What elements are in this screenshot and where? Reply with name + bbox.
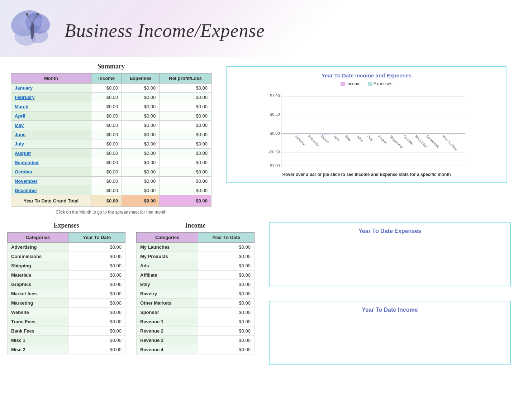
legend-expenses-box xyxy=(368,82,372,86)
summary-month[interactable]: November xyxy=(11,177,91,186)
summary-month[interactable]: October xyxy=(11,167,91,177)
income-category: Revenue 3 xyxy=(137,336,198,345)
income-value: $0.00 xyxy=(198,271,255,280)
svg-text:$0.00: $0.00 xyxy=(270,131,280,135)
summary-income: $0.00 xyxy=(91,149,122,158)
summary-expenses: $0.00 xyxy=(122,121,160,130)
summary-expenses: $0.00 xyxy=(122,139,160,149)
svg-text:June: June xyxy=(356,134,364,143)
expense-category: Advertising xyxy=(8,243,68,252)
income-category: Other Markets xyxy=(137,299,198,308)
grand-total-label: Year To Date Grand Total xyxy=(11,195,91,207)
page: Business Income/Expense Summary Month In… xyxy=(0,0,518,420)
income-row: Other Markets $0.00 xyxy=(137,299,255,308)
svg-text:-$0.50: -$0.50 xyxy=(268,150,280,154)
header: Business Income/Expense xyxy=(0,0,518,57)
summary-month[interactable]: December xyxy=(11,186,91,195)
summary-month[interactable]: March xyxy=(11,102,91,111)
income-value: $0.00 xyxy=(198,243,255,252)
expense-value: $0.00 xyxy=(68,345,125,354)
expenses-col-ytd: Year To Date xyxy=(68,233,125,243)
summary-expenses: $0.00 xyxy=(122,158,160,167)
expense-value: $0.00 xyxy=(68,299,125,308)
grand-total-net: $0.00 xyxy=(160,195,212,207)
svg-text:February: February xyxy=(307,134,320,147)
expenses-row: Shipping $0.00 xyxy=(8,261,125,271)
income-row: Etsy $0.00 xyxy=(137,280,255,289)
summary-expenses: $0.00 xyxy=(122,167,160,177)
legend-income-label: Income xyxy=(346,81,360,86)
income-category: My Products xyxy=(137,252,198,261)
income-value: $0.00 xyxy=(198,345,255,354)
summary-income: $0.00 xyxy=(91,158,122,167)
chart-section: Year To Date Income and Expenses Income … xyxy=(226,63,507,215)
chart-legend: Income Expenses xyxy=(232,81,501,86)
income-value: $0.00 xyxy=(198,326,255,336)
svg-text:Year To Date: Year To Date xyxy=(441,134,459,152)
summary-month[interactable]: July xyxy=(11,139,91,149)
svg-text:April: April xyxy=(333,134,341,142)
summary-row: October $0.00 $0.00 $0.00 xyxy=(11,167,212,177)
summary-month[interactable]: January xyxy=(11,83,91,93)
summary-expenses: $0.00 xyxy=(122,93,160,102)
col-header-month: Month xyxy=(11,73,91,83)
income-value: $0.00 xyxy=(198,289,255,299)
income-row: Revenue 2 $0.00 xyxy=(137,326,255,336)
summary-net: $0.00 xyxy=(160,158,212,167)
grand-total-income: $0.00 xyxy=(91,195,122,207)
summary-income: $0.00 xyxy=(91,102,122,111)
expense-value: $0.00 xyxy=(68,289,125,299)
expense-category: Marketing xyxy=(8,299,68,308)
right-panels: Year To Date Expenses Year To Date Incom… xyxy=(265,222,511,372)
col-header-expenses: Expenses xyxy=(122,73,160,83)
svg-text:$1.00: $1.00 xyxy=(270,94,280,98)
summary-income: $0.00 xyxy=(91,167,122,177)
expenses-title: Expenses xyxy=(7,222,125,229)
summary-net: $0.00 xyxy=(160,102,212,111)
summary-month[interactable]: February xyxy=(11,93,91,102)
expenses-row: Misc 2 $0.00 xyxy=(8,345,125,354)
summary-month[interactable]: May xyxy=(11,121,91,130)
expenses-row: Commissions $0.00 xyxy=(8,252,125,261)
app-title: Business Income/Expense xyxy=(65,20,265,41)
summary-row: February $0.00 $0.00 $0.00 xyxy=(11,93,212,102)
income-category: Revenue 2 xyxy=(137,326,198,336)
expenses-row: Marketing $0.00 xyxy=(8,299,125,308)
summary-month[interactable]: June xyxy=(11,130,91,139)
expense-category: Trans Fees xyxy=(8,317,68,326)
summary-row: May $0.00 $0.00 $0.00 xyxy=(11,121,212,130)
expenses-col-categories: Categories xyxy=(8,233,68,243)
svg-text:-$1.00: -$1.00 xyxy=(268,163,280,168)
income-col-categories: Categories xyxy=(137,233,198,243)
income-category: Revenue 4 xyxy=(137,345,198,354)
summary-month[interactable]: April xyxy=(11,111,91,121)
summary-month[interactable]: September xyxy=(11,158,91,167)
svg-text:January: January xyxy=(294,134,306,146)
summary-month[interactable]: August xyxy=(11,149,91,158)
expenses-row: Market fees $0.00 xyxy=(8,289,125,299)
summary-row: April $0.00 $0.00 $0.00 xyxy=(11,111,212,121)
svg-text:March: March xyxy=(320,134,330,144)
ytd-expenses-title: Year To Date Expenses xyxy=(275,228,505,234)
summary-section: Summary Month Income Expenses Net profit… xyxy=(11,63,212,215)
summary-net: $0.00 xyxy=(160,177,212,186)
expense-value: $0.00 xyxy=(68,280,125,289)
income-category: Sponsor xyxy=(137,308,198,317)
summary-net: $0.00 xyxy=(160,149,212,158)
expenses-row: Materials $0.00 xyxy=(8,271,125,280)
summary-net: $0.00 xyxy=(160,83,212,93)
summary-expenses: $0.00 xyxy=(122,83,160,93)
svg-text:September: September xyxy=(389,134,404,150)
income-row: Ravelry $0.00 xyxy=(137,289,255,299)
income-row: My Products $0.00 xyxy=(137,252,255,261)
expenses-section: Expenses Categories Year To Date Adverti… xyxy=(7,222,125,372)
income-value: $0.00 xyxy=(198,261,255,271)
income-category: Etsy xyxy=(137,280,198,289)
grand-total-expenses: $0.00 xyxy=(122,195,160,207)
hover-note: Hover over a bar or pie slice to see Inc… xyxy=(232,172,501,177)
expenses-row: Bank Fees $0.00 xyxy=(8,326,125,336)
expense-category: Misc 2 xyxy=(8,345,68,354)
income-category: Ads xyxy=(137,261,198,271)
summary-row: January $0.00 $0.00 $0.00 xyxy=(11,83,212,93)
summary-income: $0.00 xyxy=(91,177,122,186)
